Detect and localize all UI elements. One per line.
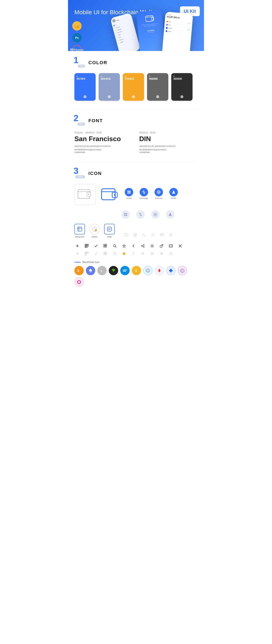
- section-3-badge: 3 THREE: [74, 168, 85, 179]
- svg-rect-21: [129, 191, 130, 192]
- share-icon: [140, 243, 146, 249]
- plus-icon: [74, 243, 80, 249]
- app-icons-row: Mangment ! History: [74, 224, 198, 238]
- crypto-zcash-icon: Z: [132, 266, 141, 275]
- section-2-badge: 2 TWO: [74, 116, 85, 126]
- svg-rect-47: [160, 233, 164, 236]
- font-name-sf: San Francisco: [74, 135, 133, 143]
- svg-rect-93: [106, 252, 107, 253]
- svg-marker-111: [112, 269, 116, 272]
- svg-rect-63: [87, 247, 88, 248]
- external-link-icon: [158, 243, 164, 249]
- svg-point-126: [77, 281, 78, 282]
- svg-marker-108: [89, 269, 92, 271]
- font-din: Medium · Bold DIN ABCDEFGHIJKLMNOPQRSTUV…: [139, 131, 198, 154]
- svg-rect-94: [104, 254, 105, 255]
- svg-rect-79: [169, 245, 172, 247]
- sketch-badge: [72, 21, 82, 30]
- info-ghost-icon: [168, 250, 174, 256]
- svg-marker-116: [147, 270, 149, 272]
- blockchain-line: [74, 262, 81, 262]
- svg-point-128: [77, 282, 78, 283]
- font-title: FONT: [88, 118, 103, 124]
- search-ghost-icon: [112, 250, 118, 256]
- svg-rect-67: [106, 246, 107, 247]
- font-name-din: DIN: [139, 135, 198, 143]
- svg-rect-6: [151, 17, 154, 20]
- font-grid: Regular · Medium · Bold San Francisco AB…: [74, 131, 198, 154]
- svg-text:!: !: [96, 230, 96, 231]
- layers-icon: [132, 232, 138, 238]
- svg-rect-34: [78, 227, 82, 231]
- phone-left: Profile AI Mainnet Message Red Cabi... N…: [110, 13, 140, 51]
- svg-line-97: [116, 254, 116, 255]
- nav-icon-discover: Discover: [154, 188, 164, 199]
- nav-icon-exchange: Exchange: [138, 188, 149, 199]
- main-content: 1 ONE COLOR # 3574FA # 8DA0C8 # F5A623 #…: [68, 51, 204, 293]
- settings-icon: [149, 243, 155, 249]
- svg-marker-70: [122, 244, 126, 248]
- swatch-dark: # 303030: [171, 73, 192, 101]
- comment-icon: [123, 232, 129, 238]
- svg-point-124: [78, 280, 80, 281]
- svg-point-76: [152, 245, 153, 246]
- crypto-btc-icon: ₿: [74, 266, 84, 275]
- svg-rect-66: [104, 246, 105, 247]
- svg-text:P: P: [182, 270, 183, 272]
- icon-main-display: Assets Exchange Discover P: [74, 184, 198, 205]
- svg-point-106: [171, 253, 171, 253]
- search-icon: [112, 243, 118, 249]
- swatch-orange: # F5A623: [123, 73, 144, 101]
- svg-line-69: [116, 246, 116, 248]
- svg-rect-20: [128, 191, 129, 192]
- icon-title: ICON: [88, 171, 102, 176]
- svg-point-25: [158, 192, 160, 193]
- svg-point-71: [144, 244, 144, 245]
- svg-point-129: [80, 282, 81, 283]
- icon-section-header: 3 THREE ICON: [74, 168, 198, 179]
- crypto-matic-icon: P: [178, 266, 187, 275]
- chat-bubble-icon: [159, 232, 165, 238]
- nav-icons-filled: Assets Exchange Discover P: [124, 188, 179, 199]
- svg-rect-65: [106, 244, 107, 246]
- svg-rect-92: [104, 252, 105, 253]
- nav-icon-discover-ghost: [150, 210, 161, 219]
- wallet-blue-icon: [99, 184, 120, 205]
- svg-point-125: [78, 283, 80, 284]
- svg-rect-5: [145, 16, 153, 22]
- svg-point-15: [88, 194, 90, 195]
- nav-icon-profile-ghost: [165, 210, 176, 219]
- svg-point-33: [170, 213, 171, 215]
- crypto-eth-icon: [86, 266, 95, 275]
- svg-point-19: [114, 194, 116, 196]
- svg-point-32: [155, 214, 156, 215]
- tool-icons-primary: [74, 243, 198, 249]
- app-icon-order: Order: [104, 224, 115, 238]
- app-icon-management: Mangment: [74, 224, 85, 238]
- svg-marker-98: [122, 252, 126, 255]
- svg-line-75: [142, 246, 144, 247]
- svg-rect-28: [126, 213, 127, 214]
- crypto-dash-icon: [120, 266, 130, 275]
- swatch-blue: # 3574FA: [74, 73, 96, 101]
- nav-icons-ghost-row: [74, 210, 198, 219]
- phone-center: Character may be manifested in the great…: [136, 10, 166, 51]
- crypto-iota-icon: [143, 266, 152, 275]
- nav-icon-exchange-ghost: [135, 210, 146, 219]
- swatch-slate: # 8DA0C8: [98, 73, 120, 101]
- crypto-icons-row: ₿ Ł Z: [74, 266, 198, 287]
- tool-icons-ghost: [74, 250, 198, 256]
- wallet-wireframe-box: [74, 184, 96, 205]
- info-icon: [168, 232, 174, 238]
- grid-icon: [102, 243, 108, 249]
- nav-icon-profile: Profile: [168, 188, 179, 199]
- forward-ghost-icon: [158, 250, 164, 256]
- svg-point-73: [144, 246, 144, 248]
- crypto-neo-icon: [109, 266, 118, 275]
- misc-icons-row: [123, 232, 174, 238]
- svg-point-45: [134, 233, 137, 235]
- color-section-header: 1 ONE COLOR: [74, 58, 198, 68]
- svg-rect-95: [106, 254, 107, 255]
- x-ghost-icon: [149, 250, 155, 256]
- svg-rect-64: [104, 244, 105, 246]
